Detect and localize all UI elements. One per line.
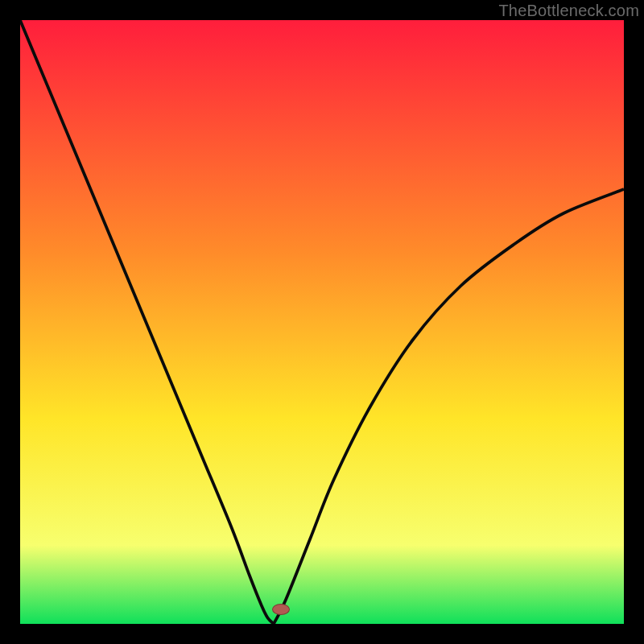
curve-path-left	[20, 20, 274, 624]
watermark-label: TheBottleneck.com	[498, 2, 639, 20]
plot-area	[20, 20, 624, 624]
curve-path-right	[274, 189, 624, 624]
bottleneck-curve	[20, 20, 624, 624]
bottleneck-marker	[272, 604, 290, 615]
chart-container: TheBottleneck.com	[0, 0, 644, 644]
